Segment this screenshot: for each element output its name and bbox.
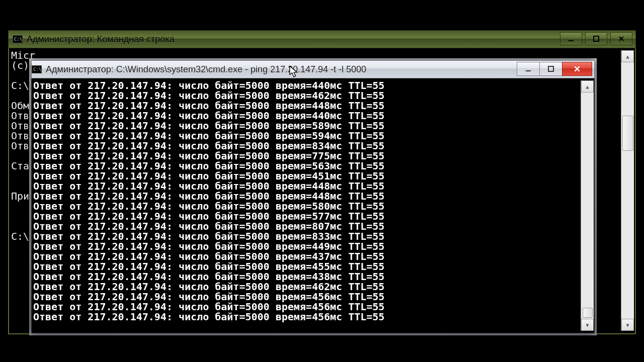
scroll-up-button[interactable]: ▲: [621, 50, 634, 62]
minimize-icon: [568, 35, 575, 42]
foreground-close-button[interactable]: [562, 62, 592, 76]
close-icon: [618, 35, 625, 42]
foreground-window-title: Администратор: C:\Windows\system32\cmd.e…: [46, 64, 366, 75]
minimize-icon: [525, 65, 532, 72]
scroll-down-button[interactable]: ▼: [581, 319, 594, 331]
cmd-icon: C:\: [13, 35, 23, 43]
foreground-terminal-output: Ответ от 217.20.147.94: число байт=5000 …: [33, 80, 579, 331]
svg-rect-5: [548, 66, 553, 71]
background-window-title: Администратор: Командная строка: [27, 34, 174, 45]
background-minimize-button[interactable]: [560, 32, 582, 45]
background-titlebar[interactable]: C:\ Администратор: Командная строка: [8, 30, 636, 48]
svg-rect-1: [594, 36, 599, 41]
background-scrollbar[interactable]: ▲ ▼: [621, 50, 634, 331]
cmd-icon: C:\: [32, 65, 42, 73]
scroll-down-button[interactable]: ▼: [621, 319, 634, 331]
foreground-minimize-button[interactable]: [517, 62, 540, 76]
close-icon: [573, 65, 581, 73]
maximize-icon: [547, 65, 554, 72]
foreground-scrollbar[interactable]: ▲ ▼: [581, 80, 594, 331]
scrollbar-thumb[interactable]: [622, 116, 633, 151]
background-close-button[interactable]: [610, 32, 632, 45]
scrollbar-thumb[interactable]: [583, 308, 593, 318]
maximize-icon: [593, 35, 600, 42]
background-maximize-button[interactable]: [585, 32, 607, 45]
letterbox-top: [0, 0, 644, 28]
letterbox-bottom: [0, 334, 644, 362]
foreground-titlebar[interactable]: C:\ Администратор: C:\Windows\system32\c…: [31, 60, 595, 78]
foreground-maximize-button[interactable]: [539, 62, 562, 76]
scroll-up-button[interactable]: ▲: [581, 80, 594, 93]
